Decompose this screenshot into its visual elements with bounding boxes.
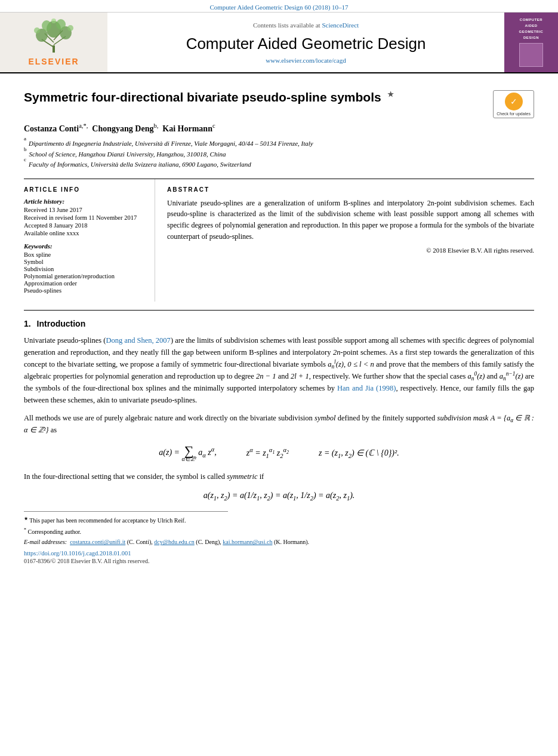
doi-link[interactable]: https://doi.org/10.1016/j.cagd.2018.01.0… [24, 550, 534, 557]
abstract-heading: Abstract [167, 186, 534, 193]
keyword-1: Box spline [24, 251, 145, 258]
author-1: Costanza Conti [24, 124, 79, 133]
elsevier-tree-icon [24, 19, 84, 54]
author-3: Kai Hormann [162, 124, 212, 133]
available-date: Available online xxxx [24, 230, 145, 236]
svg-point-9 [56, 19, 66, 30]
keyword-4: Polynomial generation/reproduction [24, 273, 145, 279]
journal-top-bar: Computer Aided Geometric Design 60 (2018… [0, 0, 558, 12]
svg-point-8 [42, 20, 51, 31]
keywords-label: Keywords: [24, 242, 145, 250]
affiliations: a Dipartimento di Ingegneria Industriale… [24, 139, 534, 170]
keywords-section: Keywords: Box spline Symbol Subdivision … [24, 242, 145, 294]
intro-para-2: All methods we use are of purely algebra… [24, 412, 534, 436]
right-logo-area: COMPUTER AIDED GEOMETRIC DESIGN [504, 13, 558, 72]
journal-url: www.elsevier.com/locate/cagd [266, 57, 346, 64]
abstract-text: Univariate pseudo-splines are a generali… [167, 198, 534, 242]
footnote-star: ★ This paper has been recommended for ac… [24, 515, 534, 525]
journal-title: Computer Aided Geometric Design [186, 35, 426, 53]
authors-line: Costanza Contia,*, Chongyang Dengb, Kai … [24, 124, 534, 134]
journal-center-info: Contents lists available at ScienceDirec… [107, 13, 504, 72]
formula-1: a(z) = ∑ α∈ℤ² aα zα, zα = z1α1 z2α2 z = … [24, 444, 534, 462]
received-date: Received 13 June 2017 [24, 207, 145, 213]
email-deng[interactable]: dcy@hdu.edu.cn [154, 539, 195, 545]
svg-point-10 [34, 27, 40, 33]
received-revised-date: Received in revised form 11 November 201… [24, 214, 145, 221]
formula-2: a(z1, z2) = a(1/z1, z2) = a(z1, 1/z2) = … [24, 491, 534, 500]
article-info-col: Article Info Article history: Received 1… [24, 179, 155, 302]
keyword-3: Subdivision [24, 266, 145, 272]
intro-number: 1. [24, 319, 31, 328]
issn-line: 0167-8396/© 2018 Elsevier B.V. All right… [24, 558, 534, 564]
han-jia-ref[interactable]: Han and Jia (1998) [337, 384, 396, 392]
affil-2: b School of Science, Hangzhou Dianzi Uni… [24, 149, 534, 160]
cagd-logo-box: COMPUTER AIDED GEOMETRIC DESIGN [519, 18, 544, 66]
email-conti[interactable]: costanza.conti@unifi.it [70, 539, 125, 545]
accepted-date: Accepted 8 January 2018 [24, 222, 145, 229]
affil-3: c Faculty of Informatics, Università del… [24, 159, 534, 170]
footer-divider [24, 511, 228, 512]
article-history-label: Article history: [24, 198, 145, 205]
copyright-line: © 2018 Elsevier B.V. All rights reserved… [167, 247, 534, 254]
journal-citation: Computer Aided Geometric Design 60 (2018… [209, 4, 348, 11]
intro-title: Introduction [37, 319, 86, 328]
check-for-updates-badge: ✓ Check for updates [493, 90, 534, 118]
keyword-5: Approximation order [24, 280, 145, 287]
abstract-col: Abstract Univariate pseudo-splines are a… [155, 179, 534, 302]
keyword-2: Symbol [24, 259, 145, 265]
footnote-emails: E-mail addresses: costanza.conti@unifi.i… [24, 538, 534, 546]
info-abstract-section: Article Info Article history: Received 1… [24, 179, 534, 302]
article-info-heading: Article Info [24, 186, 145, 193]
science-direct-line: Contents lists available at ScienceDirec… [253, 21, 359, 29]
elsevier-logo-area: ELSEVIER [0, 13, 107, 72]
keyword-6: Pseudo-splines [24, 287, 145, 294]
intro-para-1: Univariate pseudo-splines (Dong and Shen… [24, 334, 534, 406]
main-content: Symmetric four-directional bivariate pse… [0, 73, 558, 575]
science-direct-link[interactable]: ScienceDirect [322, 21, 359, 29]
check-icon: ✓ [505, 93, 523, 110]
svg-point-11 [67, 25, 73, 31]
svg-point-12 [51, 19, 56, 23]
dong-shen-ref[interactable]: Dong and Shen, 2007 [106, 336, 171, 345]
formula-2-content: a(z1, z2) = a(1/z1, z2) = a(z1, 1/z2) = … [204, 491, 355, 500]
footnote-corresponding: * Corresponding author. [24, 527, 534, 536]
formula-1-right: z = (z1, z2) ∈ (ℂ \ {0})². [319, 448, 399, 458]
formula-1-left: a(z) = ∑ α∈ℤ² aα zα, [159, 444, 216, 462]
article-title: Symmetric four-directional bivariate pse… [24, 90, 493, 105]
formula-1-mid: zα = z1α1 z2α2 [246, 448, 289, 458]
author-2: Chongyang Deng [92, 124, 153, 133]
email-hormann[interactable]: kai.hormann@usi.ch [223, 539, 272, 545]
intro-heading: 1. Introduction [24, 319, 534, 328]
journal-header: ELSEVIER Contents lists available at Sci… [0, 12, 558, 73]
title-star: ★ [387, 90, 394, 99]
affil-1: a Dipartimento di Ingegneria Industriale… [24, 139, 534, 149]
elsevier-text: ELSEVIER [28, 57, 79, 66]
intro-para-3: In the four-directional setting that we … [24, 471, 534, 483]
section-divider [24, 310, 534, 311]
